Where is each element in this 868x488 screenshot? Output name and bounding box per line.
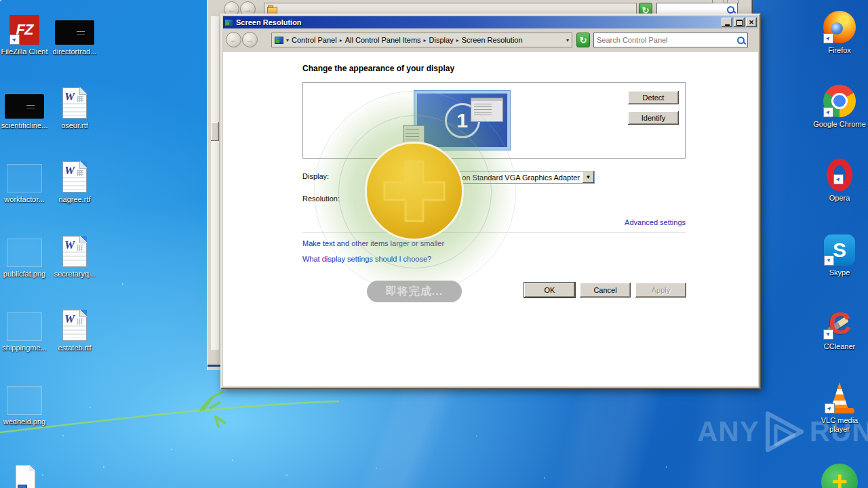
scrollbar-track[interactable] — [211, 16, 219, 350]
desktop-icon-oseur-rtf[interactable]: W oseur.rtf — [46, 82, 103, 130]
breadcrumb-screen-resolution[interactable]: Screen Resolution — [462, 36, 523, 44]
app-icon — [7, 239, 42, 267]
close-button[interactable] — [746, 18, 757, 27]
icon-label: shippingme... — [0, 344, 53, 352]
app-icon — [7, 312, 42, 341]
window-titlebar[interactable]: Screen Resolution — [223, 16, 758, 28]
search-icon[interactable] — [734, 33, 747, 47]
icon-label: Opera — [811, 194, 868, 203]
resolution-label: Resolution: — [302, 195, 340, 203]
minimize-button[interactable] — [722, 18, 732, 27]
icon-label: directortrad... — [46, 47, 103, 56]
dropdown-arrow-icon[interactable]: ▼ — [583, 171, 594, 183]
refresh-button[interactable]: ↻ — [576, 33, 590, 47]
icon-label: Skype — [811, 268, 868, 277]
icon-label: estateb.rtf — [46, 344, 103, 352]
desktop-icon-workfactor[interactable]: workfactor... — [0, 156, 53, 204]
icon-label: workfactor... — [0, 195, 53, 204]
desktop-icon-nagree-rtf[interactable]: W nagree.rtf — [46, 156, 103, 204]
advanced-settings-link[interactable]: Advanced settings — [625, 218, 686, 226]
desktop-icon-skype[interactable]: S Skype — [811, 229, 868, 277]
icon-label: VLC media player — [811, 416, 868, 434]
monitor-number: 1 — [456, 110, 468, 131]
desktop-icon-google-chrome[interactable]: Google Chrome — [811, 81, 868, 129]
app-icon: C — [823, 307, 856, 340]
icon-label: oseur.rtf — [46, 121, 103, 130]
click-indicator — [365, 142, 464, 241]
desktop-icon-ccleaner[interactable]: C CCleaner — [811, 303, 868, 351]
icon-label: Google Chrome — [811, 120, 868, 129]
desktop-icon-directortrad[interactable]: directortrad... — [46, 8, 103, 56]
window-control-nub — [727, 0, 739, 3]
back-button[interactable]: ← — [226, 32, 241, 47]
icon-label: nagree.rtf — [46, 195, 103, 204]
breadcrumb-display[interactable]: Display — [429, 36, 454, 44]
breadcrumb-dropdown-arrow[interactable]: ▾ — [566, 37, 569, 43]
search-input[interactable] — [657, 5, 724, 14]
monitor-preview[interactable]: 1 — [414, 90, 511, 150]
desktop-icon-estateb-rtf[interactable]: W estateb.rtf — [46, 304, 103, 352]
window-bottom-edge — [208, 365, 222, 367]
display-label: Display: — [302, 172, 329, 180]
breadcrumb-bar[interactable]: ▾ Control Panel ▸ All Control Panel Item… — [271, 33, 572, 47]
display-settings-help-link[interactable]: What display settings should I choose? — [302, 255, 431, 263]
desktop-icon-wedheld-png[interactable]: wedheld.png — [0, 378, 53, 426]
desktop-icon-scientificline[interactable]: scientificline... — [0, 82, 53, 130]
app-icon — [827, 159, 852, 191]
forward-button[interactable]: → — [242, 32, 258, 47]
shortcut-arrow-icon — [824, 256, 834, 266]
desktop-icon-opera[interactable]: Opera — [811, 155, 868, 203]
breadcrumb-separator: ▸ — [340, 37, 342, 43]
ok-button[interactable]: OK — [524, 283, 575, 298]
cancel-button[interactable]: Cancel — [580, 283, 631, 298]
icon-label: Firefox — [811, 46, 868, 55]
app-icon — [55, 20, 94, 45]
desktop-icon-firefox[interactable]: Firefox — [811, 7, 868, 55]
desktop-icon-vlc-media-player[interactable]: VLC media player — [811, 377, 868, 434]
window-content: Change the appearance of your display 1 … — [223, 52, 758, 386]
icon-label: wedheld.png — [0, 418, 53, 426]
breadcrumb-all-items[interactable]: All Control Panel Items — [345, 36, 421, 44]
app-icon — [825, 382, 854, 413]
icon-glyph: S — [833, 240, 846, 260]
icon-label: FileZilla Client — [0, 47, 53, 56]
make-text-larger-link[interactable]: Make text and other items larger or smal… — [302, 239, 444, 247]
icon-glyph: W — [64, 239, 75, 252]
detect-button[interactable]: Detect — [628, 91, 679, 104]
desktop-icon-shippingme[interactable]: shippingme... — [0, 304, 53, 352]
icon-glyph: W — [64, 312, 75, 326]
scrollbar-thumb[interactable] — [211, 122, 219, 141]
background-window-toolbar: ← → ↻ — [207, 0, 752, 15]
plus-glyph: + — [831, 468, 847, 488]
desktop-icons-left: FZ FileZilla Client directortrad... scie… — [0, 0, 104, 488]
shortcut-arrow-icon — [823, 107, 833, 117]
window-control-nub — [712, 0, 724, 3]
anyrun-play-logo-icon — [762, 409, 807, 454]
identify-button[interactable]: Identify — [628, 111, 679, 125]
search-control-panel-input[interactable] — [594, 36, 734, 44]
desktop-icon-publicfat-png[interactable]: publicfat.png — [0, 230, 53, 279]
mini-window-thumbnail — [471, 98, 503, 122]
maximize-button[interactable] — [734, 18, 745, 27]
apply-button[interactable]: Apply — [635, 283, 686, 298]
shortcut-arrow-icon — [9, 35, 20, 45]
app-icon: W — [62, 161, 87, 192]
app-icon: W — [62, 236, 87, 267]
app-icon: W — [62, 310, 87, 341]
desktop-icon-secretaryq[interactable]: W secretaryq... — [46, 230, 103, 279]
search-box[interactable] — [593, 33, 748, 47]
icon-glyph: W — [64, 164, 75, 178]
page-heading: Change the appearance of your display — [302, 64, 454, 73]
shortcut-arrow-icon — [823, 329, 833, 340]
app-icon — [7, 386, 42, 415]
app-icon: S — [824, 235, 855, 266]
separator-line — [302, 232, 686, 233]
display-settings-icon — [224, 19, 233, 26]
breadcrumb-separator: ▸ — [456, 37, 459, 43]
icon-label: CCleaner — [811, 342, 868, 351]
desktop-icon-filezilla-client[interactable]: FZ FileZilla Client — [0, 8, 53, 56]
breadcrumb-control-panel[interactable]: Control Panel — [292, 36, 337, 44]
shortcut-arrow-icon — [833, 174, 844, 184]
watermark-text-left: ANY — [697, 415, 760, 448]
icon-label: scientificline... — [0, 121, 53, 130]
